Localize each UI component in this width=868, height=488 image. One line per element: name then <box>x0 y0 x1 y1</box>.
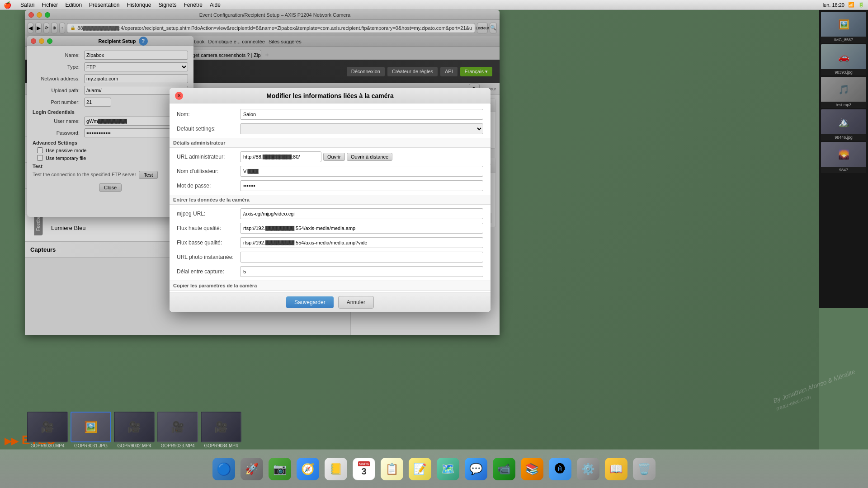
finder-icon: 🔵 <box>212 458 235 480</box>
modal-high-quality-row: Flux haute qualité: <box>177 223 483 234</box>
modal-delay-row: Délai entre capture: <box>177 266 483 277</box>
modal-details-title: Détails administrateur <box>170 138 491 148</box>
dock-launchpad[interactable]: 🚀 <box>239 456 265 482</box>
mac-menubar: 🍎 Safari Fichier Edition Présentation Hi… <box>0 0 868 10</box>
modal-username-row: Nom d'utilisateur: <box>177 166 483 177</box>
dock-iphoto[interactable]: 📷 <box>267 456 293 482</box>
modal-mjpeg-row: mjpeg URL: <box>177 208 483 219</box>
menu-aide[interactable]: Aide <box>206 1 224 9</box>
modal-close-btn[interactable]: ✕ <box>175 92 183 100</box>
dock-trash[interactable]: 🗑️ <box>631 456 657 482</box>
maps-icon: 🗺️ <box>437 458 459 480</box>
notes-icon: 📝 <box>409 458 431 480</box>
modal-delay-input[interactable] <box>240 266 483 277</box>
modal-high-quality-label: Flux haute qualité: <box>177 225 240 231</box>
modal-username-input[interactable] <box>240 166 483 177</box>
dock-appstore[interactable]: 🅐 <box>547 456 573 482</box>
menu-right: lun. 18:20 📶 🔋 <box>823 2 864 8</box>
menu-historique[interactable]: Historique <box>123 1 155 9</box>
sysprefs-icon: ⚙️ <box>577 458 599 480</box>
modal-mjpeg-label: mjpeg URL: <box>177 211 240 217</box>
dock-finder[interactable]: 🔵 <box>211 456 237 482</box>
modal-name-row: Nom: <box>177 109 483 120</box>
launchpad-icon: 🚀 <box>241 458 263 480</box>
menu-battery: 🔋 <box>858 2 864 8</box>
menu-safari[interactable]: Safari <box>17 1 38 9</box>
modal-low-quality-row: Flux basse qualité: <box>177 237 483 248</box>
modal-url-admin-input[interactable] <box>240 151 321 162</box>
menu-presentation[interactable]: Présentation <box>85 1 123 9</box>
menu-wifi: 📶 <box>848 2 854 8</box>
modal-camera-data-title: Entrer les données de la caméra <box>170 195 491 205</box>
dock-notes[interactable]: 📝 <box>407 456 433 482</box>
ibooks-icon: 📚 <box>521 458 543 480</box>
facetime-icon: 📹 <box>493 458 515 480</box>
menu-signets[interactable]: Signets <box>155 1 180 9</box>
modal-header: ✕ Modifier les informations liées à la c… <box>170 88 491 103</box>
reminders-icon: 📋 <box>381 458 403 480</box>
modal-open-btn[interactable]: Ouvrir <box>323 153 345 161</box>
iphoto-icon: 📷 <box>269 458 291 480</box>
modal-photo-url-row: URL photo instantanée: <box>177 252 483 263</box>
modal-cancel-button[interactable]: Annuler <box>338 296 374 309</box>
dock-calendar[interactable]: MARS3 <box>351 456 377 482</box>
modal-open-remote-btn[interactable]: Ouvrir à distance <box>347 153 392 161</box>
dock-addressbook[interactable]: 📒 <box>323 456 349 482</box>
modal-save-button[interactable]: Sauvegarder <box>286 296 334 308</box>
modal-url-admin-controls: Ouvrir Ouvrir à distance <box>240 151 392 162</box>
modal-username-label: Nom d'utilisateur: <box>177 168 240 174</box>
appstore-icon: 🅐 <box>549 458 571 480</box>
dock-ibooks[interactable]: 📚 <box>519 456 545 482</box>
modal-footer: Sauvegarder Annuler <box>170 292 491 312</box>
dock-ibook[interactable]: 📖 <box>603 456 629 482</box>
trash-icon: 🗑️ <box>633 458 656 480</box>
modal-copy-title: Copier les paramètres de la caméra <box>170 281 491 291</box>
ibook-icon: 📖 <box>605 458 627 480</box>
dock-reminders[interactable]: 📋 <box>379 456 405 482</box>
modal-url-admin-label: URL administrateur: <box>177 154 240 160</box>
calendar-icon: MARS3 <box>353 458 375 480</box>
modal-mjpeg-input[interactable] <box>240 208 483 219</box>
modal-photo-url-input[interactable] <box>240 252 483 263</box>
modal-high-quality-input[interactable] <box>240 223 483 234</box>
modal-password-row: Mot de passe: <box>177 180 483 191</box>
modal-photo-url-label: URL photo instantanée: <box>177 254 240 260</box>
modal-url-admin-row: URL administrateur: Ouvrir Ouvrir à dist… <box>177 151 483 162</box>
dock-maps[interactable]: 🗺️ <box>435 456 461 482</box>
messages-icon: 💬 <box>465 458 487 480</box>
modal-default-row: Default settings: <box>177 123 483 134</box>
modal-low-quality-label: Flux basse qualité: <box>177 239 240 246</box>
modal-name-label: Nom: <box>177 111 240 117</box>
modal-low-quality-input[interactable] <box>240 237 483 248</box>
dock: 🔵 🚀 📷 🧭 📒 MARS3 📋 📝 🗺️ 💬 📹 📚 🅐 ⚙️ <box>0 450 868 488</box>
menu-time: lun. 18:20 <box>823 2 844 8</box>
menu-fenetre[interactable]: Fenêtre <box>180 1 206 9</box>
modal-default-select[interactable] <box>240 123 483 134</box>
dock-sysprefs[interactable]: ⚙️ <box>575 456 601 482</box>
dock-messages[interactable]: 💬 <box>463 456 489 482</box>
modal-delay-label: Délai entre capture: <box>177 268 240 275</box>
menu-edition[interactable]: Edition <box>61 1 85 9</box>
modal-name-input[interactable] <box>240 109 483 120</box>
dock-facetime[interactable]: 📹 <box>491 456 517 482</box>
apple-menu[interactable]: 🍎 <box>4 1 11 9</box>
modal-password-input[interactable] <box>240 180 483 191</box>
addressbook-icon: 📒 <box>325 458 347 480</box>
camera-modal: ✕ Modifier les informations liées à la c… <box>170 88 491 312</box>
modal-title: Modifier les informations liées à la cam… <box>183 92 477 99</box>
menu-fichier[interactable]: Fichier <box>38 1 61 9</box>
modal-default-label: Default settings: <box>177 126 240 132</box>
dock-safari[interactable]: 🧭 <box>295 456 321 482</box>
modal-password-label: Mot de passe: <box>177 183 240 189</box>
modal-body: Nom: Default settings: Détails administr… <box>170 103 491 292</box>
safari-icon: 🧭 <box>297 458 319 480</box>
